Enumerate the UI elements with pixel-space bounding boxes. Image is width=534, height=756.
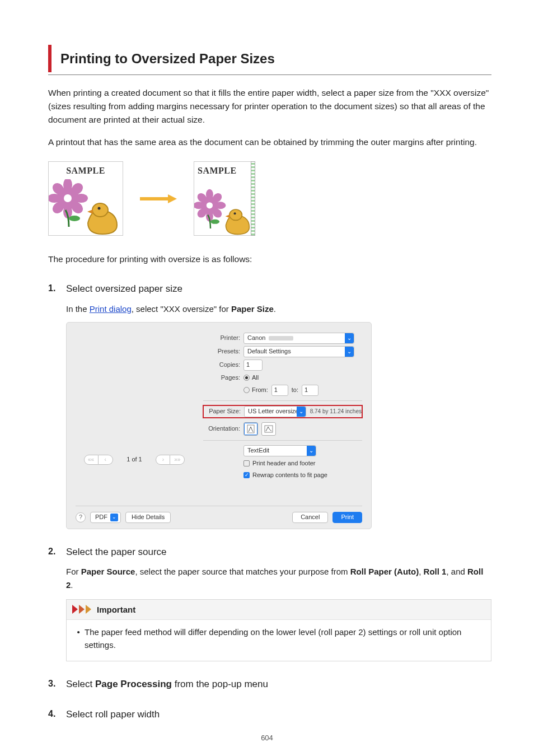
chevron-updown-icon: ⌄: [297, 407, 306, 417]
sample-image-after: SAMPLE: [194, 161, 255, 236]
pdf-label: PDF: [95, 512, 107, 522]
svg-point-12: [98, 207, 101, 210]
text: Select: [66, 679, 95, 689]
pages-all-radio[interactable]: [243, 375, 250, 381]
text: , and: [446, 567, 467, 576]
page-nav-back[interactable]: ««‹: [84, 455, 113, 465]
bold-paper-source: Paper Source: [81, 567, 135, 576]
intro-paragraph-1: When printing a created document so that…: [48, 86, 491, 127]
step-1-title: Select oversized paper size: [66, 282, 491, 296]
svg-point-26: [234, 213, 236, 215]
rewrap-checkbox[interactable]: ✓: [243, 472, 250, 478]
step-2-title: Select the paper source: [66, 545, 491, 559]
svg-rect-28: [265, 426, 273, 432]
orientation-portrait-button[interactable]: [243, 422, 258, 436]
svg-point-5: [74, 194, 88, 203]
app-section-value: TextEdit: [247, 446, 269, 455]
text: ,: [419, 567, 423, 576]
svg-point-19: [215, 202, 226, 209]
text: .: [274, 304, 276, 314]
step-4: Select roll paper width: [48, 707, 491, 722]
print-dialog-screenshot: ««‹ 1 of 1 ›»» Printer: Canon⌄ Presets: …: [66, 322, 372, 529]
print-button[interactable]: Print: [332, 512, 362, 523]
cancel-button[interactable]: Cancel: [292, 512, 328, 523]
printer-select[interactable]: Canon⌄: [243, 333, 354, 344]
orientation-label: Orientation:: [203, 424, 243, 433]
app-section-select[interactable]: TextEdit⌄: [243, 445, 316, 456]
important-item: The paper feed method will differ depend…: [85, 626, 483, 652]
presets-value: Default Settings: [247, 347, 291, 356]
chevron-updown-icon: ⌄: [345, 333, 354, 343]
text: , select the paper source that matches y…: [135, 567, 350, 576]
copies-label: Copies:: [203, 360, 243, 370]
paper-size-select[interactable]: US Letter oversize⌄: [244, 406, 306, 417]
step-2-body: For Paper Source, select the paper sourc…: [66, 565, 491, 591]
pages-to-label: to:: [292, 385, 298, 395]
important-icon: [72, 605, 92, 614]
print-dialog-link[interactable]: Print dialog: [90, 304, 132, 314]
svg-point-15: [207, 202, 213, 208]
header-footer-label: Print header and footer: [252, 459, 316, 468]
chevron-updown-icon: ⌄: [345, 347, 354, 357]
text: from the pop-up menu: [172, 679, 268, 689]
paper-size-value: US Letter oversize: [248, 407, 298, 416]
page-nav-count: 1 of 1: [127, 455, 142, 464]
hide-details-button[interactable]: Hide Details: [125, 512, 171, 523]
svg-point-24: [210, 220, 219, 224]
sample-label: SAMPLE: [198, 166, 237, 175]
header-footer-checkbox[interactable]: [243, 460, 250, 466]
step-1: Select oversized paper size In the Print…: [48, 282, 491, 529]
step-4-title: Select roll paper width: [66, 707, 491, 722]
copies-input[interactable]: 1: [243, 360, 263, 371]
svg-point-1: [64, 194, 72, 202]
paper-size-row-highlight: Paper Size: US Letter oversize⌄ 8.74 by …: [203, 405, 362, 418]
paper-size-label: Paper Size:: [204, 407, 244, 416]
paper-size-dimensions: 8.74 by 11.24 inches: [310, 407, 362, 416]
rewrap-label: Rewrap contents to fit page: [252, 470, 327, 480]
page-number: 604: [0, 732, 534, 744]
arrow-icon: [140, 194, 177, 203]
bold-paper-size: Paper Size: [231, 304, 274, 314]
presets-select[interactable]: Default Settings⌄: [243, 346, 354, 357]
chevron-updown-icon: ⌄: [307, 446, 316, 456]
step-2: Select the paper source For Paper Source…: [48, 545, 491, 661]
sample-label: SAMPLE: [66, 166, 105, 175]
step-1-body: In the Print dialog, select "XXX oversiz…: [66, 302, 491, 315]
pages-from-input[interactable]: 1: [271, 385, 288, 396]
svg-point-25: [229, 209, 242, 220]
pages-all-label: All: [252, 373, 259, 382]
important-note: Important The paper feed method will dif…: [66, 599, 491, 661]
printer-value: Canon: [247, 333, 265, 343]
svg-point-10: [69, 216, 80, 221]
bold-page-processing: Page Processing: [95, 679, 172, 689]
sample-images-row: SAMPLE SAMPLE: [48, 161, 491, 236]
important-title: Important: [97, 603, 135, 616]
chevron-down-icon: ⌄: [110, 514, 118, 521]
bold-roll1: Roll 1: [424, 567, 447, 576]
orientation-landscape-button[interactable]: [261, 422, 276, 436]
page-title: Printing to Oversized Paper Sizes: [48, 45, 491, 72]
pages-from-radio[interactable]: [243, 387, 250, 393]
title-rule: [48, 74, 491, 75]
pages-label: Pages:: [203, 373, 243, 382]
procedure-lead: The procedure for printing with oversize…: [48, 253, 491, 266]
svg-point-16: [206, 189, 213, 200]
page-nav-fwd[interactable]: ›»»: [156, 455, 185, 465]
intro-paragraph-2: A printout that has the same area as the…: [48, 136, 491, 149]
presets-label: Presets:: [203, 347, 243, 356]
pdf-menu-button[interactable]: PDF⌄: [90, 512, 121, 523]
help-button[interactable]: ?: [76, 512, 86, 522]
text: In the: [66, 304, 90, 314]
text: For: [66, 567, 81, 576]
svg-point-11: [92, 203, 108, 217]
text: , select "XXX oversize" for: [132, 304, 231, 314]
step-3: Select Page Processing from the pop-up m…: [48, 677, 491, 692]
step-3-title: Select Page Processing from the pop-up m…: [66, 677, 491, 692]
bold-roll-auto: Roll Paper (Auto): [350, 567, 419, 576]
pages-from-label: From:: [252, 385, 268, 395]
sample-image-before: SAMPLE: [48, 161, 123, 236]
text: .: [71, 580, 73, 590]
pages-to-input[interactable]: 1: [302, 385, 318, 396]
printer-label: Printer:: [203, 333, 243, 343]
svg-rect-13: [140, 197, 168, 200]
